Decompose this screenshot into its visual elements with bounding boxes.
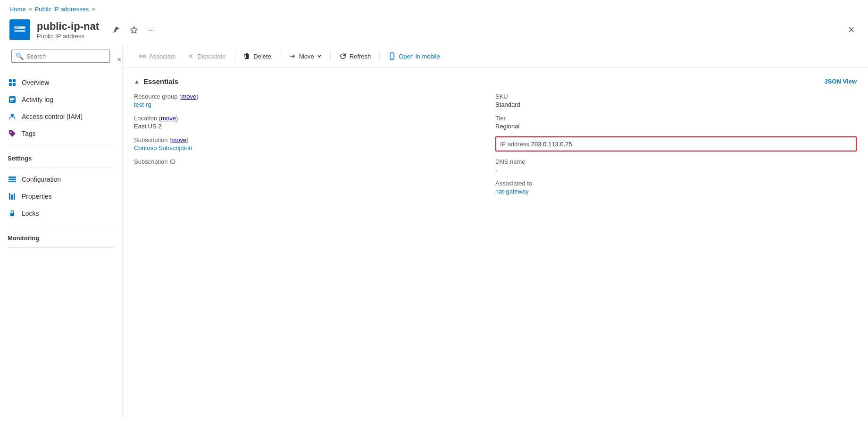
- delete-label: Delete: [253, 53, 271, 60]
- move-chevron-icon: [317, 54, 322, 59]
- svg-rect-20: [9, 193, 10, 200]
- pin-button[interactable]: [110, 24, 122, 35]
- svg-rect-23: [10, 213, 14, 216]
- svg-rect-12: [10, 98, 15, 99]
- resource-type: Public IP address: [37, 33, 99, 40]
- associate-button[interactable]: Associate: [134, 50, 180, 63]
- svg-point-25: [143, 55, 146, 58]
- svg-point-16: [10, 132, 12, 133]
- properties-icon: [8, 192, 17, 201]
- sidebar-item-tags[interactable]: Tags: [0, 125, 122, 142]
- sidebar-item-access-control[interactable]: Access control (IAM): [0, 108, 122, 125]
- sku-item: SKU Standard: [495, 93, 857, 108]
- sidebar-item-activity-log[interactable]: Activity log: [0, 91, 122, 108]
- breadcrumb-public-ip[interactable]: Public IP addresses: [35, 6, 89, 13]
- more-button[interactable]: ···: [146, 23, 157, 37]
- open-mobile-button[interactable]: Open in mobile: [384, 50, 444, 63]
- subscription-move-link[interactable]: move: [171, 136, 186, 143]
- nav-divider-2: [8, 168, 115, 168]
- sidebar-item-locks-label: Locks: [22, 210, 39, 217]
- svg-rect-22: [14, 194, 15, 200]
- nav-divider-4: [8, 247, 115, 248]
- subscription-value: Contoso Subscription: [134, 144, 495, 152]
- sidebar-item-overview[interactable]: Overview: [0, 74, 122, 91]
- configuration-icon: [8, 175, 17, 184]
- resource-title-area: public-ip-nat Public IP address: [37, 20, 99, 40]
- search-input[interactable]: [26, 53, 106, 60]
- svg-rect-18: [8, 179, 16, 180]
- activity-log-icon: [8, 95, 17, 104]
- collapse-sidebar-button[interactable]: «: [117, 55, 121, 63]
- svg-rect-4: [16, 31, 17, 31]
- refresh-button[interactable]: Refresh: [334, 50, 376, 63]
- delete-icon: [243, 52, 250, 60]
- move-button[interactable]: Move: [284, 50, 326, 63]
- resource-header: public-ip-nat Public IP address ··· ✕: [0, 17, 868, 45]
- resource-group-move-link[interactable]: move: [181, 93, 196, 100]
- svg-rect-14: [10, 101, 13, 101]
- associate-label: Associate: [149, 53, 175, 60]
- nav-divider-1: [8, 145, 115, 145]
- sidebar-item-configuration[interactable]: Configuration: [0, 171, 122, 188]
- resource-icon: [9, 19, 30, 40]
- essentials-title: Essentials: [143, 77, 178, 85]
- svg-rect-13: [10, 99, 14, 100]
- iam-icon: [8, 112, 17, 121]
- associated-to-link[interactable]: nat-gateway: [495, 188, 529, 195]
- breadcrumb-home[interactable]: Home: [9, 6, 26, 13]
- svg-marker-6: [131, 27, 137, 34]
- location-label: Location (move): [134, 115, 495, 122]
- sidebar-item-activity-log-label: Activity log: [22, 96, 53, 103]
- toolbar-divider-2: [280, 51, 280, 62]
- sidebar-item-access-control-label: Access control (IAM): [22, 113, 83, 120]
- sidebar-item-locks[interactable]: Locks: [0, 205, 122, 222]
- refresh-icon: [339, 52, 347, 60]
- favorite-button[interactable]: [128, 24, 140, 35]
- subscription-item: Subscription (move) Contoso Subscription: [134, 136, 495, 152]
- toolbar-divider-4: [379, 51, 380, 62]
- delete-button[interactable]: Delete: [238, 50, 276, 63]
- svg-rect-29: [390, 53, 394, 59]
- resource-group-link[interactable]: test-rg: [134, 101, 151, 108]
- dns-name-label: DNS name: [495, 158, 857, 165]
- dns-name-item: DNS name -: [495, 158, 857, 173]
- subscription-label: Subscription (move): [134, 136, 495, 143]
- essentials-header: ▲ Essentials JSON View: [134, 77, 857, 85]
- essentials-left-col: Resource group (move) test-rg Location (…: [134, 93, 495, 202]
- svg-rect-10: [13, 83, 16, 86]
- ip-address-highlight-box: IP address 203.0.113.0.25: [495, 136, 857, 152]
- svg-rect-2: [16, 27, 17, 28]
- close-button[interactable]: ✕: [844, 23, 859, 37]
- json-view-link[interactable]: JSON View: [825, 78, 857, 85]
- tier-label: Tier: [495, 115, 857, 122]
- associated-to-value: nat-gateway: [495, 188, 857, 195]
- svg-rect-8: [13, 79, 16, 82]
- sidebar-item-properties[interactable]: Properties: [0, 188, 122, 205]
- open-mobile-label: Open in mobile: [399, 53, 440, 60]
- dissociate-icon: [187, 52, 194, 60]
- breadcrumb-sep1: >: [29, 6, 32, 13]
- toolbar: Associate Dissociate Delete: [123, 45, 868, 68]
- settings-section-title: Settings: [0, 148, 122, 165]
- svg-point-15: [11, 114, 14, 117]
- tier-item: Tier Regional: [495, 115, 857, 130]
- svg-rect-9: [9, 83, 12, 86]
- toolbar-divider-3: [330, 51, 331, 62]
- tags-icon: [8, 129, 17, 138]
- svg-rect-17: [8, 177, 16, 178]
- location-move-link[interactable]: move: [161, 115, 176, 122]
- ip-address-label: IP address: [500, 141, 529, 148]
- overview-icon: [8, 78, 17, 87]
- main-layout: 🔍 « Overview Activity log Access control…: [0, 45, 868, 419]
- search-box: 🔍: [11, 50, 110, 63]
- location-item: Location (move) East US 2: [134, 115, 495, 130]
- dissociate-button[interactable]: Dissociate: [182, 50, 230, 63]
- nav-divider-3: [8, 225, 115, 225]
- sidebar-item-tags-label: Tags: [22, 130, 36, 137]
- toolbar-divider-1: [234, 51, 234, 62]
- subscription-id-label: Subscription ID: [134, 158, 495, 165]
- dissociate-label: Dissociate: [197, 53, 225, 60]
- move-icon: [289, 52, 296, 60]
- subscription-link[interactable]: Contoso Subscription: [134, 144, 192, 152]
- resource-name: public-ip-nat: [37, 20, 99, 33]
